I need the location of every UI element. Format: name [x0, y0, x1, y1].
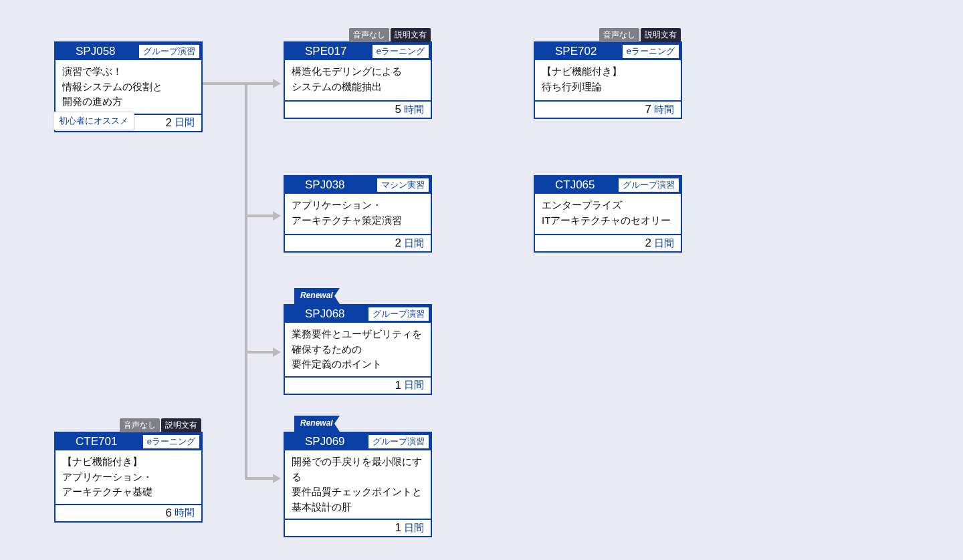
tag-no-audio: 音声なし [599, 28, 639, 42]
card-header: SPE702 eラーニング [535, 43, 681, 60]
duration-number: 2 [395, 237, 401, 250]
course-title: 演習で学ぶ！ 情報システムの役割と 開発の進め方 [56, 60, 201, 114]
duration-number: 5 [395, 103, 401, 116]
duration-unit: 時間 [404, 104, 424, 116]
card-header: SPJ068 グループ演習 [285, 305, 431, 323]
duration-number: 2 [166, 116, 172, 130]
connector-branch-spe017 [245, 82, 273, 85]
course-type-tag: eラーニング [142, 434, 200, 449]
course-type-tag: グループ演習 [138, 44, 200, 59]
card-spj068[interactable]: Renewal SPJ068 グループ演習 業務要件とユーザビリティを 確保する… [284, 304, 432, 395]
duration-unit: 日間 [175, 116, 195, 129]
arrowhead-spj068 [273, 347, 281, 357]
duration-number: 6 [166, 507, 172, 520]
course-title: 業務要件とユーザビリティを 確保するための 要件定義のポイント [285, 323, 431, 376]
card-footer: 7 時間 [535, 100, 681, 118]
duration-unit: 時間 [175, 507, 195, 519]
card-footer: 6 時間 [56, 504, 201, 521]
connector-branch-spj069 [245, 477, 273, 480]
duration-unit: 時間 [654, 104, 674, 116]
renewal-label: Renewal [300, 291, 333, 300]
duration-number: 1 [395, 379, 401, 392]
arrowhead-spe017 [273, 79, 281, 88]
duration-unit: 日間 [404, 522, 424, 535]
tag-has-desc: 説明文有 [161, 418, 201, 432]
course-title: 構造化モデリングによる システムの機能抽出 [285, 60, 431, 100]
course-code: SPJ069 [285, 433, 366, 450]
duration-number: 2 [645, 237, 651, 250]
card-header: CTJ065 グループ演習 [535, 176, 681, 194]
meta-tags: 音声なし 説明文有 [120, 418, 201, 432]
card-footer: 2 日間 [285, 234, 431, 251]
course-title: エンタープライズ ITアーキテクチャのセオリー [535, 194, 681, 234]
card-footer: 2 日間 [535, 234, 681, 251]
tag-has-desc: 説明文有 [391, 28, 431, 42]
card-spe017[interactable]: 音声なし 説明文有 SPE017 eラーニング 構造化モデリングによる システム… [284, 41, 432, 119]
renewal-flag: Renewal [294, 288, 340, 304]
course-code: SPE017 [285, 43, 370, 60]
duration-number: 7 [645, 103, 651, 116]
course-code: SPJ058 [56, 43, 137, 60]
course-code: CTJ065 [535, 176, 617, 194]
course-type-tag: マシン実習 [377, 178, 429, 192]
course-code: SPE702 [535, 43, 621, 60]
renewal-label: Renewal [300, 418, 333, 428]
course-type-tag: グループ演習 [368, 434, 429, 449]
connector-branch-spj038 [245, 215, 273, 217]
renewal-flag: Renewal [294, 416, 340, 432]
recommend-badge: 初心者にオススメ [53, 112, 134, 130]
meta-tags: 音声なし 説明文有 [599, 28, 681, 42]
card-spj058[interactable]: SPJ058 グループ演習 演習で学ぶ！ 情報システムの役割と 開発の進め方 2… [54, 41, 203, 132]
duration-number: 1 [395, 521, 401, 535]
course-title: アプリケーション・ アーキテクチャ策定演習 [285, 194, 431, 234]
card-header: SPJ058 グループ演習 [56, 43, 201, 60]
course-type-tag: eラーニング [372, 44, 429, 59]
arrowhead-spj038 [273, 211, 281, 221]
card-footer: 5 時間 [285, 100, 431, 118]
connector-stem-h [203, 82, 247, 85]
card-spj069[interactable]: Renewal SPJ069 グループ演習 開発での手戻りを最小限にする 要件品… [284, 432, 432, 537]
course-type-tag: グループ演習 [368, 307, 429, 321]
course-type-tag: eラーニング [622, 44, 679, 59]
course-code: CTE701 [56, 433, 141, 450]
course-code: SPJ038 [285, 176, 375, 194]
card-footer: 1 日間 [285, 376, 431, 394]
course-type-tag: グループ演習 [618, 178, 679, 192]
card-footer: 1 日間 [285, 519, 431, 536]
course-code: SPJ068 [285, 305, 366, 323]
duration-unit: 日間 [654, 237, 674, 250]
card-header: SPJ038 マシン実習 [285, 176, 431, 194]
card-spe702[interactable]: 音声なし 説明文有 SPE702 eラーニング 【ナビ機能付き】 待ち行列理論 … [534, 41, 682, 119]
course-title: 開発での手戻りを最小限にする 要件品質チェックポイントと 基本設計の肝 [285, 450, 431, 519]
connector-branch-spj068 [245, 351, 273, 354]
course-title: 【ナビ機能付き】 待ち行列理論 [535, 60, 681, 100]
card-header: CTE701 eラーニング [56, 433, 201, 450]
arrowhead-spj069 [273, 474, 281, 483]
tag-no-audio: 音声なし [349, 28, 389, 42]
card-ctj065[interactable]: CTJ065 グループ演習 エンタープライズ ITアーキテクチャのセオリー 2 … [534, 175, 682, 253]
course-title: 【ナビ機能付き】 アプリケーション・ アーキテクチャ基礎 [56, 450, 201, 504]
tag-has-desc: 説明文有 [641, 28, 681, 42]
card-spj038[interactable]: SPJ038 マシン実習 アプリケーション・ アーキテクチャ策定演習 2 日間 [284, 175, 432, 253]
duration-unit: 日間 [404, 379, 424, 392]
meta-tags: 音声なし 説明文有 [349, 28, 431, 42]
connector-trunk-v [245, 82, 247, 479]
duration-unit: 日間 [404, 237, 424, 250]
tag-no-audio: 音声なし [120, 418, 160, 432]
card-header: SPE017 eラーニング [285, 43, 431, 60]
card-header: SPJ069 グループ演習 [285, 433, 431, 450]
card-cte701[interactable]: 音声なし 説明文有 CTE701 eラーニング 【ナビ機能付き】 アプリケーショ… [54, 432, 203, 523]
